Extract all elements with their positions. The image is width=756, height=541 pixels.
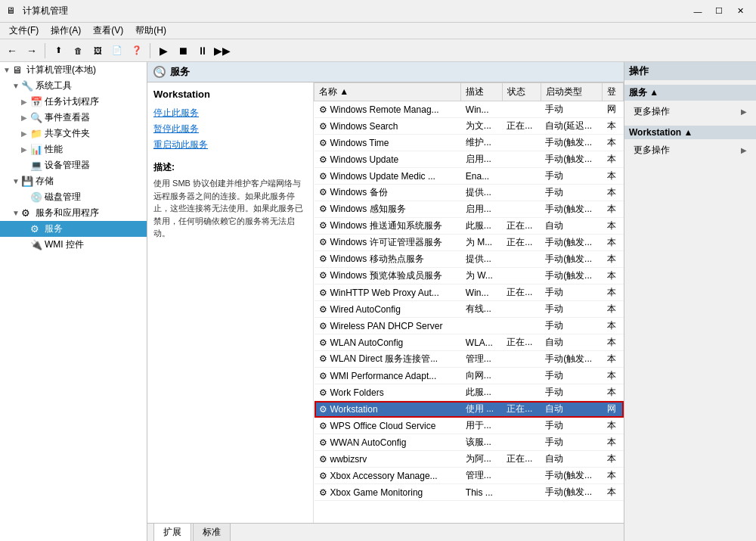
table-row[interactable]: ⚙Windows 感知服务启用...手动(触发...本 bbox=[314, 201, 624, 218]
service-login-cell: 本 bbox=[603, 135, 624, 151]
table-row[interactable]: ⚙Windows 推送通知系统服务此服...正在...自动本 bbox=[314, 218, 624, 235]
restart-service-link[interactable]: 重启动此服务 bbox=[153, 138, 307, 152]
forward-button[interactable]: → bbox=[23, 42, 41, 60]
tree-item-device-manager[interactable]: 💻 设备管理器 bbox=[0, 157, 147, 173]
tree-item-services-apps[interactable]: ▼ ⚙ 服务和应用程序 bbox=[0, 205, 147, 221]
tree-item-root[interactable]: ▼ 🖥 计算机管理(本地) bbox=[0, 62, 147, 78]
col-status[interactable]: 状态 bbox=[502, 83, 541, 101]
table-row[interactable]: ⚙Windows Remote Manag...Win...手动网 bbox=[314, 101, 624, 118]
menu-bar: 文件(F) 操作(A) 查看(V) 帮助(H) bbox=[0, 23, 756, 39]
toolbar-separator-1 bbox=[45, 43, 45, 58]
table-row[interactable]: ⚙Wireless PAN DHCP Server手动本 bbox=[314, 318, 624, 334]
tree-toggle-storage[interactable]: ▼ bbox=[12, 177, 21, 185]
up-button[interactable]: ⬆ bbox=[49, 42, 67, 60]
services-table-area[interactable]: 名称 ▲ 描述 状态 启动类型 登 ⚙Windows Remote Manag.… bbox=[314, 82, 624, 523]
col-name[interactable]: 名称 ▲ bbox=[314, 83, 461, 101]
play-button[interactable]: ▶ bbox=[154, 42, 172, 60]
table-row[interactable]: ⚙Xbox Accessory Manage...管理...手动(触发...本 bbox=[314, 468, 624, 484]
tree-item-event-viewer[interactable]: ▶ 🔍 事件查看器 bbox=[0, 110, 147, 126]
stop-service-link[interactable]: 停止此服务 bbox=[153, 106, 307, 120]
bottom-tabs: 扩展 标准 bbox=[147, 523, 624, 541]
tree-toggle-event[interactable]: ▶ bbox=[21, 113, 30, 122]
back-button[interactable]: ← bbox=[3, 42, 21, 60]
tree-item-wmi[interactable]: 🔌 WMI 控件 bbox=[0, 237, 147, 253]
tree-toggle-task[interactable]: ▶ bbox=[21, 98, 30, 106]
table-row[interactable]: ⚙Windows 许可证管理器服务为 M...正在...手动(触发...本 bbox=[314, 235, 624, 251]
service-startup-cell: 手动(触发... bbox=[541, 135, 603, 151]
table-row[interactable]: ⚙Windows Time维护...手动(触发...本 bbox=[314, 135, 624, 151]
tree-item-services[interactable]: ⚙ 服务 bbox=[0, 221, 147, 237]
right-more-actions[interactable]: 更多操作 ▶ bbox=[629, 104, 751, 120]
table-row[interactable]: ⚙WMI Performance Adapt...向网...手动本 bbox=[314, 368, 624, 384]
service-name-cell: ⚙wwbizsrv bbox=[314, 451, 461, 468]
menu-help[interactable]: 帮助(H) bbox=[129, 23, 172, 39]
table-row[interactable]: ⚙Workstation使用 ...正在...自动网 bbox=[314, 401, 624, 418]
table-row[interactable]: ⚙WPS Office Cloud Service用于...手动本 bbox=[314, 418, 624, 434]
tree-toggle-perf[interactable]: ▶ bbox=[21, 145, 30, 154]
pause-service-link[interactable]: 暂停此服务 bbox=[153, 122, 307, 136]
stop-button[interactable]: ⏹ bbox=[174, 42, 192, 60]
service-status-cell bbox=[502, 135, 541, 151]
desc-label: 描述: bbox=[153, 161, 307, 174]
menu-action[interactable]: 操作(A) bbox=[45, 23, 87, 39]
tree-item-shared-folders[interactable]: ▶ 📁 共享文件夹 bbox=[0, 126, 147, 141]
table-row[interactable]: ⚙Windows 备份提供...手动本 bbox=[314, 185, 624, 201]
gear-icon: ⚙ bbox=[319, 454, 327, 465]
service-startup-cell: 手动(触发... bbox=[541, 268, 603, 284]
tree-item-performance[interactable]: ▶ 📊 性能 bbox=[0, 141, 147, 157]
tree-item-disk-mgmt[interactable]: 💿 磁盘管理 bbox=[0, 189, 147, 205]
menu-view[interactable]: 查看(V) bbox=[87, 23, 129, 39]
maximize-button[interactable]: ☐ bbox=[709, 4, 729, 19]
table-row[interactable]: ⚙WWAN AutoConfig该服...手动本 bbox=[314, 434, 624, 451]
table-row[interactable]: ⚙Windows 移动热点服务提供...手动(触发...本 bbox=[314, 251, 624, 268]
tree-item-storage[interactable]: ▼ 💾 存储 bbox=[0, 173, 147, 189]
table-row[interactable]: ⚙Windows Update Medic ...Ena...手动本 bbox=[314, 168, 624, 185]
tree-item-system-tools[interactable]: ▼ 🔧 系统工具 bbox=[0, 78, 147, 94]
table-row[interactable]: ⚙Windows Search为文...正在...自动(延迟...本 bbox=[314, 118, 624, 135]
tab-standard[interactable]: 标准 bbox=[193, 523, 231, 541]
toolbar-btn-4[interactable]: 🖼 bbox=[88, 42, 107, 60]
gear-icon: ⚙ bbox=[319, 387, 327, 398]
menu-file[interactable]: 文件(F) bbox=[3, 23, 45, 39]
col-login[interactable]: 登 bbox=[603, 83, 624, 101]
tree-toggle-system[interactable]: ▼ bbox=[12, 82, 21, 90]
pause-button[interactable]: ⏸ bbox=[194, 42, 212, 60]
service-name-cell: ⚙WPS Office Cloud Service bbox=[314, 418, 461, 434]
toolbar-btn-6[interactable]: ❓ bbox=[128, 42, 146, 60]
table-row[interactable]: ⚙WinHTTP Web Proxy Aut...Win...正在...手动本 bbox=[314, 284, 624, 301]
service-status-cell bbox=[502, 434, 541, 451]
toolbar-btn-5[interactable]: 📄 bbox=[108, 42, 126, 60]
tree-toggle-shared[interactable]: ▶ bbox=[21, 129, 30, 138]
restart-button[interactable]: ▶▶ bbox=[213, 42, 231, 60]
col-desc[interactable]: 描述 bbox=[461, 83, 503, 101]
tree-toggle-services-apps[interactable]: ▼ bbox=[12, 209, 21, 217]
table-row[interactable]: ⚙Windows Update启用...手动(触发...本 bbox=[314, 151, 624, 168]
service-desc-cell: 该服... bbox=[461, 434, 503, 451]
table-row[interactable]: ⚙WLAN Direct 服务连接管...管理...手动(触发...本 bbox=[314, 351, 624, 368]
table-row[interactable]: ⚙WLAN AutoConfigWLA...正在...自动本 bbox=[314, 334, 624, 351]
computer-icon: 🖥 bbox=[12, 64, 24, 76]
table-row[interactable]: ⚙Windows 预览体验成员服务为 W...手动(触发...本 bbox=[314, 268, 624, 284]
col-startup[interactable]: 启动类型 bbox=[541, 83, 603, 101]
table-row[interactable]: ⚙wwbizsrv为阿...正在...自动本 bbox=[314, 451, 624, 468]
tree-item-task-scheduler[interactable]: ▶ 📅 任务计划程序 bbox=[0, 94, 147, 110]
table-row[interactable]: ⚙Work Folders此服...手动本 bbox=[314, 384, 624, 401]
service-login-cell: 本 bbox=[603, 384, 624, 401]
tree-label-services-apps: 服务和应用程序 bbox=[36, 207, 99, 219]
service-name-cell: ⚙WLAN Direct 服务连接管... bbox=[314, 351, 461, 368]
table-row[interactable]: ⚙Xbox Game MonitoringThis ...手动(触发...本 bbox=[314, 484, 624, 501]
right-services-section[interactable]: 服务 ▲ bbox=[624, 85, 756, 101]
service-desc-cell: Win... bbox=[461, 284, 503, 301]
title-bar: 🖥 计算机管理 — ☐ ✕ bbox=[0, 0, 756, 23]
close-button[interactable]: ✕ bbox=[730, 4, 750, 19]
right-workstation-section[interactable]: Workstation ▲ bbox=[624, 126, 756, 139]
tree-toggle-root[interactable]: ▼ bbox=[3, 66, 12, 74]
gear-icon: ⚙ bbox=[319, 353, 327, 364]
service-startup-cell: 手动(触发... bbox=[541, 151, 603, 168]
service-desc-cell: 此服... bbox=[461, 218, 503, 235]
toolbar-btn-3[interactable]: 🗑 bbox=[69, 42, 87, 60]
minimize-button[interactable]: — bbox=[688, 4, 708, 19]
tab-extend[interactable]: 扩展 bbox=[153, 523, 191, 541]
right-workstation-more-actions[interactable]: 更多操作 ▶ bbox=[629, 142, 751, 158]
table-row[interactable]: ⚙Wired AutoConfig有线...手动本 bbox=[314, 301, 624, 318]
